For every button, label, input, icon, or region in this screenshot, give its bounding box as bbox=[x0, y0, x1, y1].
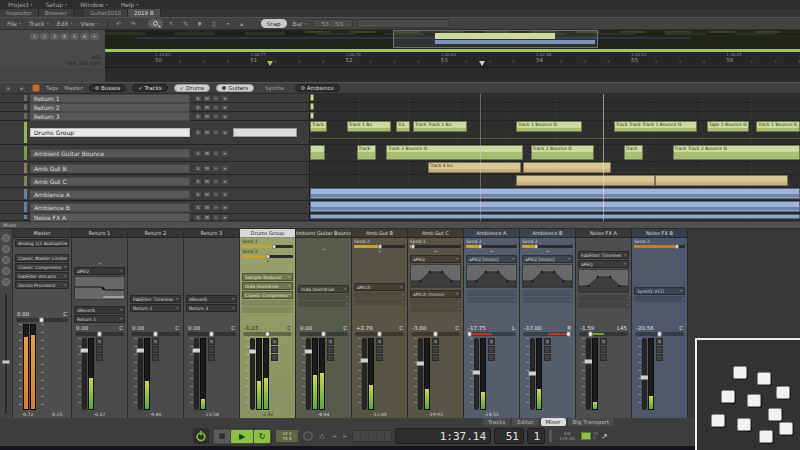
volume-value[interactable]: 0.00 bbox=[132, 325, 144, 331]
plugin-slot[interactable]: aPEQ▾ bbox=[410, 255, 461, 263]
pan-knob[interactable] bbox=[566, 331, 571, 337]
mixer-strip-ambient-guitar-bounce[interactable]: Ambient Guitar Bounce+mda Overdrive▾▾▾0.… bbox=[296, 229, 352, 418]
strip-button-2[interactable] bbox=[600, 346, 607, 353]
audio-clip[interactable] bbox=[310, 112, 314, 119]
toolbar-menu-file[interactable]: File▾ bbox=[5, 20, 23, 27]
view-tab-mixer[interactable]: Mixer bbox=[541, 418, 566, 426]
pan-knob[interactable] bbox=[153, 331, 158, 337]
track-solo-button[interactable]: S bbox=[194, 214, 202, 221]
empty-plugin-slot[interactable]: ▾ bbox=[354, 292, 405, 298]
stop-button[interactable]: ■ bbox=[214, 430, 230, 443]
pan-value[interactable]: C bbox=[399, 325, 403, 331]
plugin-slot[interactable]: aPitch▾ bbox=[354, 283, 405, 291]
plugin-slot[interactable]: Synth1 VSTi▾ bbox=[634, 287, 685, 295]
track-meter-button[interactable]: • bbox=[212, 95, 220, 102]
track-meter-button[interactable]: • bbox=[212, 129, 220, 136]
chevron-right-icon[interactable]: ▸ bbox=[18, 84, 26, 92]
track-lane[interactable] bbox=[310, 201, 800, 213]
track-solo-button[interactable]: S bbox=[194, 165, 202, 172]
pan-slider[interactable] bbox=[411, 332, 460, 336]
audio-clip[interactable] bbox=[523, 162, 611, 173]
track-lane[interactable] bbox=[310, 175, 800, 187]
volume-value[interactable]: 0.00 bbox=[188, 325, 200, 331]
plugin-slot[interactable]: zReverb▾ bbox=[186, 295, 237, 303]
pan-value[interactable]: C bbox=[63, 311, 67, 317]
mixer-strip-ambience-b[interactable]: Ambience BSend 2+aPEQ [mono]▾▾▾-17.00RS bbox=[520, 229, 576, 418]
marker-button-[interactable]: + bbox=[90, 33, 99, 40]
track-name[interactable]: Drums Group bbox=[30, 128, 190, 137]
track-lane[interactable] bbox=[310, 94, 800, 102]
empty-plugin-slot[interactable]: ▾ bbox=[578, 295, 629, 301]
track-solo-button[interactable]: S bbox=[194, 178, 202, 185]
mixer-strip-title[interactable]: Drums Group bbox=[240, 229, 295, 238]
track-header[interactable]: Drums GroupSM•▾ bbox=[0, 121, 310, 144]
pan-slider[interactable] bbox=[523, 332, 572, 336]
track-name[interactable]: Return 1 bbox=[30, 94, 190, 103]
rack-node[interactable] bbox=[737, 418, 751, 431]
track-mute-button[interactable]: M bbox=[203, 150, 211, 157]
track-name[interactable]: Noise FX A bbox=[30, 213, 190, 222]
volume-value[interactable]: -20.56 bbox=[636, 325, 654, 331]
fader-track[interactable] bbox=[474, 338, 479, 410]
track-name[interactable]: Amb Gut C bbox=[30, 177, 190, 186]
mixer-strip-master[interactable]: MasterAnalog 1/2 Audiophile▾Classic Mast… bbox=[13, 229, 72, 418]
plugin-slot[interactable]: aPEQ▾ bbox=[74, 267, 125, 275]
toolbar-menu-view[interactable]: View▾ bbox=[78, 20, 100, 27]
audio-clip[interactable] bbox=[310, 145, 325, 160]
mixer-strip-amb-gut-b[interactable]: Amb Gut BSend 2+aPitch▾▾▾+2.78CS-12.40 bbox=[352, 229, 408, 418]
track-header[interactable]: Return 1SM•▾ bbox=[0, 94, 310, 102]
mixer-strip-title[interactable]: Amb Gut C bbox=[408, 229, 463, 238]
plugin-slot[interactable]: aPitch (mono)▾ bbox=[410, 290, 461, 298]
power-button[interactable] bbox=[193, 428, 209, 444]
redo-icon[interactable]: ↷ bbox=[128, 19, 138, 29]
strip-button-2[interactable] bbox=[152, 346, 159, 353]
strip-button-2[interactable] bbox=[96, 346, 103, 353]
rail-button-2[interactable] bbox=[2, 245, 10, 253]
marker-button-1[interactable]: 1 bbox=[30, 33, 39, 40]
rack-node[interactable] bbox=[757, 372, 771, 385]
track-lane[interactable] bbox=[310, 214, 800, 220]
mixer-strip-amb-gut-c[interactable]: Amb Gut CSend 1+aPEQ▾aPitch (mono)▾▾▾-3.… bbox=[408, 229, 464, 418]
rack-node[interactable] bbox=[747, 394, 761, 407]
track-menu-button[interactable]: ▾ bbox=[221, 191, 229, 198]
strip-button-3[interactable] bbox=[152, 354, 159, 361]
audio-clip[interactable]: Track Track Track 1 Bounce G bbox=[614, 121, 697, 132]
loop-marker-icon[interactable] bbox=[479, 61, 485, 66]
track-solo-button[interactable]: S bbox=[194, 113, 202, 120]
track-solo-button[interactable]: S bbox=[194, 104, 202, 111]
strip-button-2[interactable] bbox=[327, 346, 334, 353]
strip-solo-button[interactable]: S bbox=[327, 338, 334, 345]
transport-scrollbar[interactable] bbox=[548, 429, 553, 443]
audio-clip[interactable]: Track 1 Bo bbox=[347, 121, 391, 132]
plugin-slot[interactable]: Classic Compressor▾ bbox=[15, 263, 69, 271]
track-menu-button[interactable]: ▾ bbox=[221, 214, 229, 221]
send-slider[interactable]: Send 2 bbox=[520, 238, 575, 248]
empty-plugin-slot[interactable]: ▾ bbox=[242, 307, 293, 313]
rail-button-4[interactable] bbox=[2, 267, 10, 275]
pan-slider[interactable] bbox=[635, 332, 684, 336]
strip-button-2[interactable] bbox=[488, 346, 495, 353]
track-lane[interactable] bbox=[310, 188, 800, 200]
strip-solo-button[interactable]: S bbox=[600, 338, 607, 345]
marker-button-3[interactable]: 3 bbox=[50, 33, 59, 40]
strip-button-3[interactable] bbox=[656, 354, 663, 361]
strip-solo-button[interactable]: S bbox=[96, 338, 103, 345]
marker-tool-icon[interactable]: ▴ bbox=[237, 19, 247, 29]
audio-clip[interactable]: Track 2 Bounce G bbox=[386, 145, 523, 160]
send-knob[interactable] bbox=[675, 244, 679, 249]
send-knob[interactable] bbox=[378, 244, 382, 249]
mixer-strip-title[interactable]: Noise FX B bbox=[632, 229, 687, 238]
pan-knob[interactable] bbox=[588, 331, 593, 337]
track-mute-button[interactable]: M bbox=[203, 191, 211, 198]
pan-slider[interactable] bbox=[243, 332, 292, 336]
punch-out-icon[interactable]: ⇤ bbox=[341, 433, 349, 439]
fader-track[interactable] bbox=[194, 338, 199, 410]
pan-knob[interactable] bbox=[657, 331, 662, 337]
track-name[interactable]: Ambience B bbox=[30, 203, 190, 212]
track-name[interactable]: Return 3 bbox=[30, 112, 190, 121]
track-meter-button[interactable]: • bbox=[212, 104, 220, 111]
send-slider[interactable]: Send 2 bbox=[464, 238, 519, 248]
fader-track[interactable] bbox=[418, 338, 423, 410]
marker-button-4[interactable]: 4 bbox=[60, 33, 69, 40]
mixer-strip-title[interactable]: Noise FX A bbox=[576, 229, 631, 238]
